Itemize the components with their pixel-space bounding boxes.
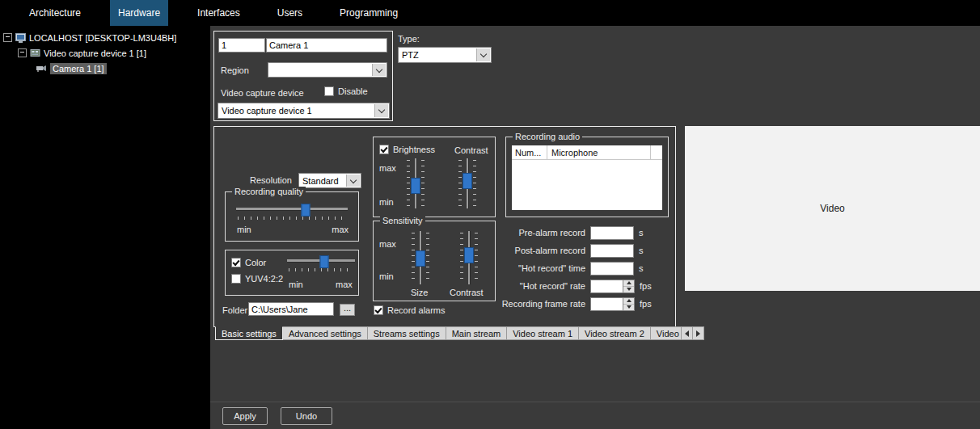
recording-frame-rate-label: Recording frame rate — [501, 299, 585, 309]
undo-button[interactable]: Undo — [281, 407, 332, 425]
brightness-label: Brightness — [393, 145, 435, 154]
tab-streams-settings[interactable]: Streams settings — [368, 326, 446, 340]
slider-thumb[interactable] — [411, 178, 420, 194]
hot-record-rate-label: "Hot record" rate — [501, 281, 585, 291]
contrast-slider[interactable] — [458, 158, 477, 208]
camera-icon — [36, 64, 47, 73]
spinner-down-icon[interactable] — [623, 287, 634, 292]
tab-video-truncated[interactable]: Video — [651, 326, 682, 340]
app-window: Architecture Hardware Interfaces Users P… — [0, 0, 980, 429]
brightness-contrast-group: Brightness Contrast max min — [373, 137, 496, 217]
audio-col-microphone[interactable]: Microphone — [547, 145, 651, 159]
min-label: min — [237, 225, 251, 234]
recording-frame-rate-field[interactable] — [590, 297, 623, 311]
contrast-label: Contrast — [454, 145, 488, 155]
resolution-value: Standard — [302, 176, 339, 186]
max-label: max — [336, 280, 353, 289]
slider-thumb[interactable] — [463, 173, 472, 189]
hot-record-rate-row: "Hot record" rate fps — [501, 279, 652, 293]
browse-label: ... — [344, 303, 351, 313]
tab-hardware[interactable]: Hardware — [110, 0, 168, 26]
spinner-up-icon[interactable] — [623, 280, 634, 287]
min-label: min — [289, 280, 303, 289]
hot-record-rate-field[interactable] — [590, 280, 623, 293]
yuv-label: YUV4:2:2 — [245, 274, 283, 284]
color-group: Color YUV4:2:2 min max — [225, 250, 359, 296]
post-alarm-record-label: Post-alarm record — [501, 246, 585, 255]
slider-thumb[interactable] — [464, 247, 474, 263]
seconds-unit-label: s — [639, 263, 644, 273]
post-alarm-record-field[interactable] — [590, 244, 634, 258]
fps-unit-label: fps — [640, 281, 652, 291]
collapse-icon[interactable] — [18, 48, 27, 57]
disable-checkbox-row: Disable — [324, 86, 368, 96]
tab-scroll-left-icon[interactable] — [682, 326, 693, 340]
color-checkbox-row: Color — [231, 258, 266, 267]
record-alarms-checkbox[interactable] — [374, 305, 383, 315]
tab-video-stream-1[interactable]: Video stream 1 — [507, 326, 579, 340]
slider-ticks — [421, 160, 425, 207]
browse-button[interactable]: ... — [340, 304, 355, 316]
slider-thumb[interactable] — [320, 255, 329, 268]
video-preview-label: Video — [820, 203, 844, 214]
tab-scroll-right-icon[interactable] — [693, 326, 704, 340]
chevron-down-icon[interactable] — [374, 104, 388, 117]
camera-name-field[interactable] — [266, 38, 387, 53]
type-select[interactable]: PTZ — [398, 47, 492, 63]
audio-col-num[interactable]: Num... — [512, 145, 547, 159]
hot-record-time-row: "Hot record" time s — [501, 261, 644, 275]
region-select[interactable] — [268, 62, 387, 78]
recording-audio-group: Recording audio Num... Microphone — [505, 137, 669, 217]
brightness-slider[interactable] — [406, 158, 425, 208]
collapse-icon[interactable] — [3, 33, 12, 42]
color-checkbox[interactable] — [231, 258, 241, 267]
slider-ticks — [473, 160, 476, 207]
tab-interfaces[interactable]: Interfaces — [189, 0, 248, 26]
region-label: Region — [221, 65, 249, 75]
max-label: max — [379, 163, 396, 173]
folder-field[interactable] — [248, 302, 334, 316]
recording-quality-slider[interactable] — [236, 204, 348, 220]
tree-item-capture-device[interactable]: Video capture device 1 [1] — [0, 45, 210, 61]
capture-device-select[interactable]: Video capture device 1 — [218, 103, 390, 119]
tab-video-stream-2[interactable]: Video stream 2 — [579, 326, 651, 340]
pre-alarm-record-row: Pre-alarm record s — [501, 225, 644, 240]
slider-thumb[interactable] — [416, 250, 425, 267]
tree-item-label: Video capture device 1 [1] — [44, 48, 146, 58]
chevron-down-icon[interactable] — [476, 48, 490, 61]
sensitivity-contrast-slider[interactable] — [459, 231, 479, 284]
tab-programming[interactable]: Programming — [332, 0, 406, 26]
slider-thumb[interactable] — [301, 204, 310, 217]
brightness-checkbox[interactable] — [379, 145, 389, 154]
yuv-checkbox-row: YUV4:2:2 — [231, 274, 283, 284]
chevron-down-icon[interactable] — [346, 175, 360, 187]
camera-id-field[interactable] — [218, 38, 265, 53]
record-alarms-label: Record alarms — [387, 305, 446, 315]
tab-advanced-settings[interactable]: Advanced settings — [283, 326, 368, 340]
disable-checkbox[interactable] — [324, 86, 334, 96]
pre-alarm-record-field[interactable] — [590, 226, 634, 240]
tree-item-localhost[interactable]: LOCALHOST [DESKTOP-LM3U4BH] — [0, 30, 210, 45]
tab-architecture[interactable]: Architecture — [21, 0, 89, 26]
apply-button[interactable]: Apply — [222, 407, 268, 425]
tab-main-stream[interactable]: Main stream — [446, 326, 508, 340]
spinner-down-icon[interactable] — [623, 305, 634, 310]
hot-record-time-field[interactable] — [590, 262, 634, 275]
resolution-select[interactable]: Standard — [298, 173, 361, 188]
recording-audio-table[interactable]: Num... Microphone — [512, 145, 662, 210]
sensitivity-size-slider[interactable] — [411, 231, 430, 284]
color-slider[interactable] — [287, 255, 355, 271]
slider-ticks — [475, 233, 478, 283]
video-capture-device-label: Video capture device — [221, 88, 304, 98]
chevron-down-icon[interactable] — [372, 64, 386, 76]
tab-users[interactable]: Users — [269, 0, 310, 26]
slider-ticks — [407, 160, 410, 207]
record-alarms-row: Record alarms — [374, 305, 446, 315]
spinner-up-icon[interactable] — [623, 298, 634, 305]
device-tree: LOCALHOST [DESKTOP-LM3U4BH] Video captur… — [0, 26, 210, 429]
size-label: Size — [411, 288, 428, 297]
yuv-checkbox[interactable] — [231, 274, 241, 284]
post-alarm-record-row: Post-alarm record s — [501, 243, 644, 258]
tree-item-camera[interactable]: Camera 1 [1] — [0, 61, 210, 76]
tab-basic-settings[interactable]: Basic settings — [215, 326, 283, 340]
